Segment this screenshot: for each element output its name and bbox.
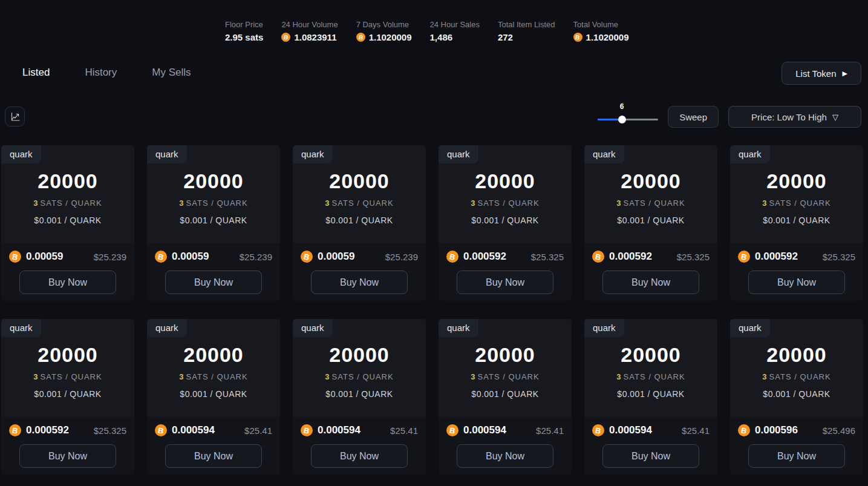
list-token-button[interactable]: List Token ▶: [782, 62, 861, 85]
card-top: quark 20000 3SATS / QUARK $0.001 / QUARK: [584, 319, 717, 417]
stat-total-item-listed: Total Item Listed 272: [498, 20, 555, 42]
usd-per-token: $0.001 / QUARK: [293, 389, 426, 399]
buy-now-button[interactable]: Buy Now: [311, 444, 408, 468]
stat-24h-sales: 24 Hour Sales 1,486: [430, 20, 480, 42]
card-top: quark 20000 3SATS / QUARK $0.001 / QUARK: [147, 319, 280, 417]
buy-now-button[interactable]: Buy Now: [748, 271, 845, 294]
btc-icon: B: [281, 33, 290, 42]
buy-now-button[interactable]: Buy Now: [19, 271, 116, 294]
chevron-down-icon: ▽: [832, 113, 838, 122]
token-card: quark 20000 3SATS / QUARK $0.001 / QUARK…: [439, 319, 572, 475]
sats-unit: SATS / QUARK: [186, 372, 248, 381]
sats-unit: SATS / QUARK: [332, 372, 394, 381]
token-name-tag: quark: [147, 319, 187, 337]
price-row: B 0.000594 $25.41: [301, 417, 418, 436]
buy-now-button[interactable]: Buy Now: [748, 444, 845, 468]
buy-now-button[interactable]: Buy Now: [602, 271, 699, 294]
slider-thumb[interactable]: [618, 116, 626, 123]
sats-unit: SATS / QUARK: [186, 199, 248, 208]
btc-price: 0.000594: [463, 424, 506, 436]
tab-my-sells[interactable]: My Sells: [152, 67, 191, 79]
sats-per-token: 3SATS / QUARK: [439, 372, 572, 381]
btc-icon: B: [446, 424, 458, 436]
btc-price: 0.000594: [172, 424, 215, 436]
buy-now-button[interactable]: Buy Now: [602, 444, 699, 468]
sats-per-token: 3SATS / QUARK: [1, 199, 134, 208]
stat-label: 24 Hour Sales: [430, 20, 480, 29]
usd-price: $25.41: [682, 425, 710, 436]
usd-price: $25.239: [385, 252, 418, 262]
token-card: quark 20000 3SATS / QUARK $0.001 / QUARK…: [439, 145, 572, 301]
sats-rate: 3: [762, 199, 767, 208]
buy-now-button[interactable]: Buy Now: [165, 271, 262, 294]
card-top: quark 20000 3SATS / QUARK $0.001 / QUARK: [439, 145, 572, 243]
token-card: quark 20000 3SATS / QUARK $0.001 / QUARK…: [1, 145, 134, 301]
stat-label: Total Volume: [573, 20, 629, 29]
tab-bar: Listed History My Sells: [22, 67, 191, 79]
tab-history[interactable]: History: [85, 67, 117, 79]
stat-value: B 1.1020009: [356, 32, 412, 42]
usd-price: $25.239: [240, 252, 272, 262]
usd-per-token: $0.001 / QUARK: [730, 389, 863, 399]
chart-view-button[interactable]: [5, 107, 25, 126]
token-name-tag: quark: [439, 319, 478, 337]
sats-per-token: 3SATS / QUARK: [584, 199, 717, 208]
price-row: B 0.000592 $25.325: [592, 243, 710, 263]
tab-listed[interactable]: Listed: [22, 67, 50, 79]
card-bottom: B 0.000594 $25.41 Buy Now: [439, 417, 572, 475]
card-bottom: B 0.000594 $25.41 Buy Now: [293, 417, 426, 475]
token-card: quark 20000 3SATS / QUARK $0.001 / QUARK…: [293, 319, 426, 475]
token-card: quark 20000 3SATS / QUARK $0.001 / QUARK…: [147, 319, 280, 475]
stat-24h-volume: 24 Hour Volume B 1.0823911: [281, 20, 338, 42]
stat-label: Floor Price: [225, 20, 263, 29]
sats-per-token: 3SATS / QUARK: [439, 199, 572, 208]
btc-icon: B: [573, 33, 582, 42]
btc-icon: B: [301, 424, 313, 436]
btc-icon: B: [301, 251, 313, 263]
sats-per-token: 3SATS / QUARK: [1, 372, 134, 381]
buy-now-button[interactable]: Buy Now: [457, 271, 553, 294]
stat-value: 272: [498, 32, 555, 42]
card-bottom: B 0.00059 $25.239 Buy Now: [147, 243, 280, 301]
token-name-tag: quark: [1, 145, 41, 163]
buy-now-button[interactable]: Buy Now: [165, 444, 262, 468]
sats-rate: 3: [33, 199, 38, 208]
card-bottom: B 0.000592 $25.325 Buy Now: [730, 243, 863, 301]
sort-dropdown[interactable]: Price: Low To High ▽: [728, 106, 861, 128]
btc-price: 0.00059: [318, 251, 354, 263]
sats-unit: SATS / QUARK: [769, 372, 831, 381]
btc-icon: B: [592, 424, 604, 436]
card-bottom: B 0.000592 $25.325 Buy Now: [439, 243, 572, 301]
usd-per-token: $0.001 / QUARK: [584, 389, 717, 399]
card-grid: quark 20000 3SATS / QUARK $0.001 / QUARK…: [1, 145, 863, 475]
price-row: B 0.00059 $25.239: [155, 243, 272, 263]
btc-price: 0.000592: [609, 251, 652, 263]
card-bottom: B 0.000594 $25.41 Buy Now: [147, 417, 280, 475]
usd-price: $25.41: [390, 425, 418, 436]
buy-now-button[interactable]: Buy Now: [457, 444, 553, 468]
card-bottom: B 0.00059 $25.239 Buy Now: [293, 243, 426, 301]
btc-price: 0.000592: [463, 251, 506, 263]
card-top: quark 20000 3SATS / QUARK $0.001 / QUARK: [293, 145, 426, 243]
card-bottom: B 0.00059 $25.239 Buy Now: [1, 243, 134, 301]
sats-per-token: 3SATS / QUARK: [147, 199, 280, 208]
stat-label: 7 Days Volume: [356, 20, 412, 29]
stat-floor-price: Floor Price 2.95 sats: [225, 20, 263, 42]
stat-value: B 1.1020009: [573, 32, 629, 42]
sort-label: Price: Low To High: [751, 112, 827, 122]
usd-price: $25.325: [677, 252, 710, 262]
card-top: quark 20000 3SATS / QUARK $0.001 / QUARK: [293, 319, 426, 417]
card-top: quark 20000 3SATS / QUARK $0.001 / QUARK: [730, 145, 863, 243]
sweep-count-slider[interactable]: 6: [598, 106, 658, 128]
buy-now-button[interactable]: Buy Now: [311, 271, 408, 294]
usd-price: $25.496: [823, 425, 855, 436]
slider-value: 6: [620, 102, 624, 111]
card-bottom: B 0.000596 $25.496 Buy Now: [730, 417, 863, 475]
usd-per-token: $0.001 / QUARK: [293, 215, 426, 225]
stat-total-volume: Total Volume B 1.1020009: [573, 20, 629, 42]
buy-now-button[interactable]: Buy Now: [19, 444, 116, 468]
sats-per-token: 3SATS / QUARK: [730, 199, 863, 208]
toolbar-right: 6 Sweep Price: Low To High ▽: [598, 106, 861, 128]
token-card: quark 20000 3SATS / QUARK $0.001 / QUARK…: [730, 319, 863, 475]
sweep-button[interactable]: Sweep: [668, 106, 719, 128]
